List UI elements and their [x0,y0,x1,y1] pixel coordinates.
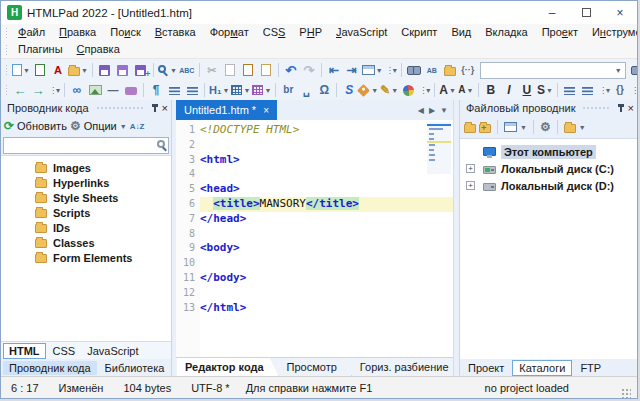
undo-button[interactable]: ↶ [282,61,300,79]
format-painter-button[interactable]: ✎▼ [379,81,399,99]
dropdown-icon[interactable]: ▼ [449,87,456,94]
panel-tab-каталоги[interactable]: Каталоги [512,360,572,376]
tree-item-локальный-диск-d[interactable]: +Локальный диск (D:) [460,177,637,194]
document-tab[interactable]: Untitled1.htm * × [176,100,277,120]
tab-list-icon[interactable]: ▼ [440,106,448,115]
language-tab-css[interactable]: CSS [48,344,81,358]
code-braces-button[interactable]: {} [611,81,629,99]
gear-icon[interactable]: ⚙ [70,120,81,132]
dropdown-icon[interactable]: ▼ [546,87,553,94]
spell-check-button[interactable]: ABC [178,61,196,79]
view-mode-icon[interactable] [504,122,517,132]
toolbar-overflow-icon[interactable]: ⋮▾ [417,86,431,95]
new-document-button[interactable]: ▼ [11,61,31,79]
dropdown-icon[interactable]: ▼ [223,87,230,94]
pin-icon[interactable] [154,104,156,112]
insert-nbsp-button[interactable]: ␣ [297,81,315,99]
find-next-button[interactable] [629,61,637,79]
code-line-2[interactable] [200,138,453,153]
tab-scroll-left-icon[interactable]: ◀ [418,106,424,115]
paste-button[interactable] [239,61,257,79]
save-as-button[interactable] [132,61,150,79]
paste-special-button[interactable] [257,61,275,79]
new-folder-icon[interactable] [479,124,491,133]
close-panel-icon[interactable]: × [628,102,634,114]
tree-item-images[interactable]: Images [1,160,171,175]
panel-tab-библиотека[interactable]: Библиотека [99,361,171,375]
menu-поиск[interactable]: Поиск [103,25,148,40]
code-snippets-button[interactable]: ▼ [361,61,384,79]
tree-item-style-sheets[interactable]: Style Sheets [1,190,171,205]
navigate-forward-button[interactable]: → [29,81,47,99]
font-size-button[interactable]: A▼ [457,81,475,99]
tree-item-ids[interactable]: IDs [1,220,171,235]
tree-item-этот-компьютер[interactable]: Этот компьютер [460,143,637,160]
expander-icon[interactable]: + [466,164,475,173]
gear-icon[interactable]: ⚙ [540,121,551,133]
tree-item-classes[interactable]: Classes [1,235,171,250]
tree-item-локальный-диск-c[interactable]: +Локальный диск (C:) [460,160,637,177]
redo-button[interactable]: ↷ [300,61,318,79]
expander-icon[interactable]: + [466,181,475,190]
insert-link-button[interactable]: ∞ [68,81,86,99]
minimap[interactable] [427,122,451,174]
insert-form-button[interactable]: ▼ [251,81,272,99]
insert-tag-button[interactable]: ▼ [358,81,379,99]
tab-scroll-right-icon[interactable]: ▶ [429,106,435,115]
code-line-6[interactable]: <title>MANSORY</title> [200,197,453,212]
copy-button[interactable] [221,61,239,79]
view-tab-просмотр[interactable]: Просмотр [279,358,352,376]
dropdown-icon[interactable]: ▼ [376,67,383,74]
pin-icon[interactable] [620,104,622,112]
insert-hr-button[interactable]: — [104,81,122,99]
code-line-9[interactable]: <body> [200,241,453,256]
code-line-10[interactable] [200,256,453,271]
dropdown-icon[interactable]: ▼ [170,67,177,74]
resize-grip[interactable] [621,388,631,398]
open-html-document-button[interactable] [31,61,49,79]
menu-справка[interactable]: Справка [70,42,127,57]
paragraph-button[interactable]: ¶ [147,81,165,99]
menu-javascript[interactable]: JavaScript [329,25,394,40]
dropdown-icon[interactable]: ▼ [243,87,250,94]
color-picker-button[interactable] [399,81,417,99]
navigate-back-button[interactable]: ← [11,81,29,99]
panel-tab-проект[interactable]: Проект [462,361,510,375]
tree-item-hyperlinks[interactable]: Hyperlinks [1,175,171,190]
ordered-list-button[interactable] [183,81,201,99]
dropdown-icon[interactable]: ▼ [81,67,88,74]
code-editor[interactable]: 12345678910111213 <!DOCTYPE HTML><html><… [176,120,453,357]
cut-button[interactable]: ✂ [203,61,221,79]
options-dropdown-icon[interactable]: ▼ [120,123,127,130]
panel-tab-ftp[interactable]: FTP [574,361,607,375]
view-mode-dropdown-icon[interactable]: ▼ [520,124,527,131]
menu-вставка[interactable]: Вставка [148,25,203,40]
replace-in-files-button[interactable]: AB [423,61,441,79]
panel-tab-проводник-кода[interactable]: Проводник кода [3,361,97,375]
insert-script-button[interactable]: S [340,81,358,99]
tree-item-form-elements[interactable]: Form Elements [1,250,171,265]
search-button[interactable]: ▼ [157,61,178,79]
view-tab-гориз-разбиение[interactable]: Гориз. разбиение [352,358,464,376]
dropdown-icon[interactable]: ▼ [467,87,474,94]
language-tab-html[interactable]: HTML [3,343,46,359]
new-from-template-button[interactable]: A [49,61,67,79]
dropdown-icon[interactable]: ▼ [371,87,378,94]
code-explorer-search-input[interactable] [4,140,157,152]
search-in-folder-button[interactable] [441,61,459,79]
code-line-8[interactable] [200,227,453,242]
save-button[interactable] [96,61,114,79]
code-line-3[interactable]: <html> [200,153,453,168]
insert-br-button[interactable]: br [279,81,297,99]
align-left-button[interactable] [561,81,579,99]
dropdown-icon[interactable]: ▼ [264,87,271,94]
close-button[interactable]: × [603,1,637,24]
favorites-folder-icon[interactable] [564,124,576,133]
align-justify-button[interactable] [579,81,597,99]
italic-button[interactable]: I [500,81,518,99]
insert-image-button[interactable] [86,81,104,99]
refresh-button[interactable]: Обновить [17,120,67,132]
code-line-5[interactable]: <head> [200,182,453,197]
options-button[interactable]: Опции [84,120,117,132]
code-search-button[interactable]: {··} [459,61,477,79]
